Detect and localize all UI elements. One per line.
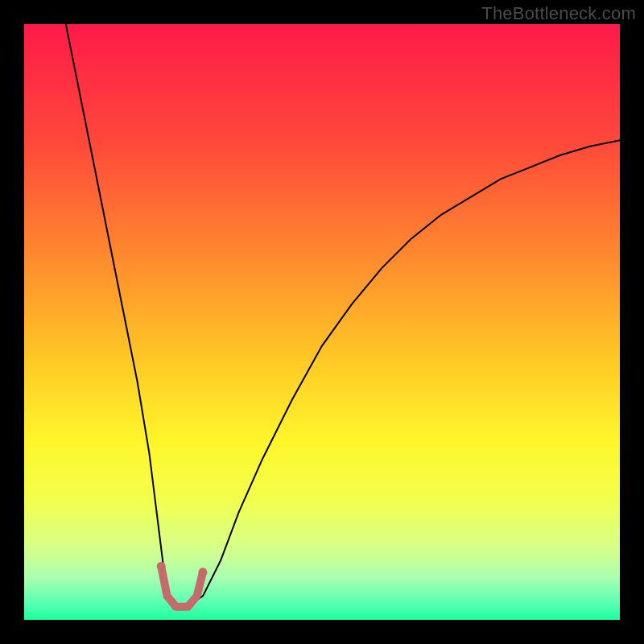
notch-end-dot bbox=[199, 568, 208, 576]
bottleneck-chart bbox=[24, 24, 620, 620]
chart-frame: TheBottleneck.com bbox=[0, 0, 644, 644]
notch-end-dot bbox=[157, 562, 166, 571]
watermark-text: TheBottleneck.com bbox=[481, 3, 636, 24]
gradient-background bbox=[24, 24, 620, 620]
plot-area bbox=[24, 24, 620, 620]
